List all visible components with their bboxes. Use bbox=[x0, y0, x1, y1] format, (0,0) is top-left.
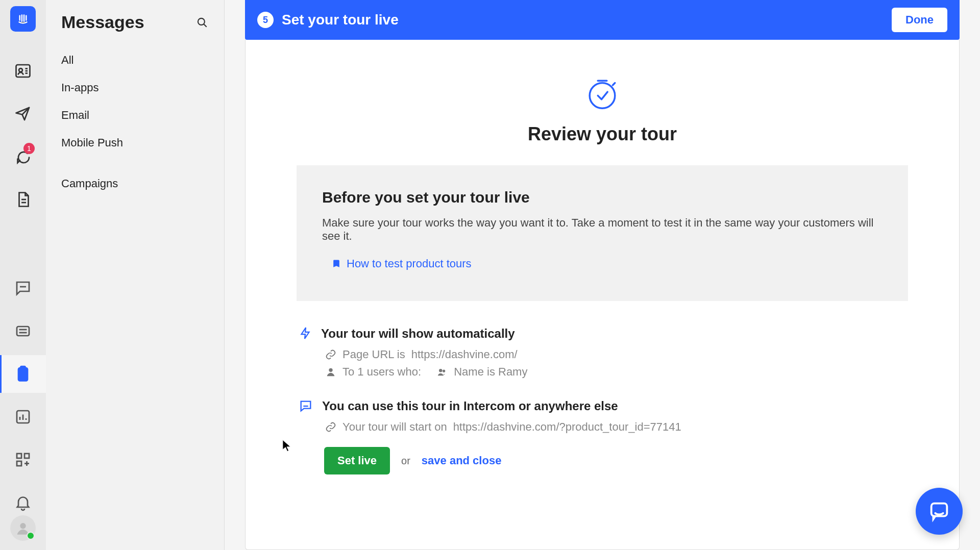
search-icon[interactable] bbox=[195, 16, 209, 29]
svg-point-29 bbox=[198, 18, 205, 24]
svg-point-6 bbox=[19, 68, 22, 72]
sidebar-item-campaigns[interactable]: Campaigns bbox=[46, 170, 224, 197]
auto-page-url-value: https://dashvine.com/ bbox=[411, 348, 518, 361]
anywhere-section: You can use this tour in Intercom or any… bbox=[297, 399, 908, 474]
svg-point-35 bbox=[443, 370, 445, 372]
clipboard-icon bbox=[14, 365, 32, 383]
anywhere-starts-url: https://dashvine.com/?product_tour_id=77… bbox=[453, 420, 681, 434]
anywhere-start-row: Your tour will start on https://dashvine… bbox=[325, 420, 908, 434]
svg-rect-25 bbox=[17, 461, 21, 466]
app-logo[interactable] bbox=[10, 6, 36, 32]
contacts-icon bbox=[14, 62, 32, 80]
conversations-badge: 1 bbox=[23, 143, 35, 154]
nav-conversations[interactable]: 1 bbox=[0, 138, 46, 176]
auto-audience-row: To 1 users who: Name is Ramy bbox=[325, 365, 908, 379]
save-and-close-link[interactable]: save and close bbox=[422, 454, 502, 467]
bolt-icon bbox=[299, 327, 312, 340]
message-square-icon bbox=[14, 279, 32, 297]
svg-rect-24 bbox=[24, 454, 29, 458]
svg-point-34 bbox=[439, 369, 442, 372]
send-icon bbox=[14, 105, 32, 123]
sidebar-item-all[interactable]: All bbox=[46, 46, 224, 74]
stopwatch-check-icon bbox=[584, 76, 620, 111]
or-label: or bbox=[401, 455, 410, 467]
svg-point-33 bbox=[329, 368, 332, 372]
user-avatar[interactable] bbox=[10, 515, 36, 541]
review-card: Review your tour Before you set your tou… bbox=[245, 40, 960, 550]
step-title: Set your tour live bbox=[282, 12, 399, 28]
anywhere-title: You can use this tour in Intercom or any… bbox=[322, 399, 618, 413]
anywhere-starts-label: Your tour will start on bbox=[342, 420, 447, 434]
sidebar-item-mobilepush[interactable]: Mobile Push bbox=[46, 129, 224, 157]
svg-rect-18 bbox=[21, 366, 26, 369]
intercom-logo-icon bbox=[15, 11, 31, 27]
actions-row: Set live or save and close bbox=[299, 447, 908, 474]
sidebar-nav: All In-apps Email Mobile Push Campaigns bbox=[46, 46, 224, 197]
messages-sidebar: Messages All In-apps Email Mobile Push C… bbox=[46, 0, 225, 550]
svg-rect-14 bbox=[17, 327, 29, 336]
book-icon bbox=[331, 259, 341, 269]
auto-to-users-label: To 1 users who: bbox=[342, 365, 421, 379]
bell-icon bbox=[14, 493, 32, 512]
done-button[interactable]: Done bbox=[892, 8, 947, 32]
icon-rail: 1 bbox=[0, 0, 46, 550]
svg-point-28 bbox=[20, 523, 26, 529]
document-icon bbox=[14, 190, 32, 209]
svg-marker-32 bbox=[301, 328, 309, 339]
before-live-box: Before you set your tour live Make sure … bbox=[297, 165, 908, 301]
user-icon bbox=[325, 366, 336, 378]
review-title: Review your tour bbox=[297, 123, 908, 145]
svg-line-30 bbox=[204, 24, 206, 27]
sidebar-title: Messages bbox=[61, 12, 144, 32]
review-hero-icon bbox=[297, 76, 908, 111]
before-body: Make sure your tour works the way you wa… bbox=[322, 216, 883, 243]
nav-reports[interactable] bbox=[0, 398, 46, 436]
step-header: 5 Set your tour live Done bbox=[245, 0, 960, 40]
how-to-test-link[interactable]: How to test product tours bbox=[322, 257, 883, 270]
intercom-launcher-icon bbox=[927, 499, 951, 523]
link-icon bbox=[325, 349, 336, 360]
nav-platform[interactable] bbox=[0, 52, 46, 90]
avatar-placeholder-icon bbox=[14, 519, 32, 537]
auto-show-section: Your tour will show automatically Page U… bbox=[297, 327, 908, 379]
svg-rect-23 bbox=[17, 454, 21, 458]
nav-outbound[interactable] bbox=[0, 95, 46, 133]
nav-inbox[interactable] bbox=[0, 269, 46, 307]
auto-page-url-label: Page URL is bbox=[342, 348, 405, 361]
svg-point-31 bbox=[590, 83, 615, 109]
news-icon bbox=[14, 322, 32, 340]
how-to-test-link-label: How to test product tours bbox=[347, 257, 472, 270]
step-number-badge: 5 bbox=[257, 12, 274, 28]
nav-news[interactable] bbox=[0, 312, 46, 350]
sidebar-item-inapps[interactable]: In-apps bbox=[46, 74, 224, 102]
apps-icon bbox=[14, 451, 32, 469]
set-live-button[interactable]: Set live bbox=[324, 447, 390, 474]
main-content: 5 Set your tour live Done Review your to… bbox=[225, 0, 980, 550]
link-icon bbox=[325, 421, 336, 433]
auto-page-url-row: Page URL is https://dashvine.com/ bbox=[325, 348, 908, 361]
nav-articles[interactable] bbox=[0, 181, 46, 218]
before-heading: Before you set your tour live bbox=[322, 189, 883, 206]
chat-outline-icon bbox=[299, 399, 313, 413]
bar-chart-icon bbox=[14, 408, 32, 426]
messenger-launcher[interactable] bbox=[916, 488, 963, 535]
auto-show-title: Your tour will show automatically bbox=[321, 327, 515, 341]
users-icon bbox=[436, 366, 448, 378]
nav-product-tours[interactable] bbox=[0, 355, 46, 393]
auto-rule: Name is Ramy bbox=[454, 365, 527, 379]
nav-apps[interactable] bbox=[0, 441, 46, 479]
sidebar-item-email[interactable]: Email bbox=[46, 102, 224, 129]
